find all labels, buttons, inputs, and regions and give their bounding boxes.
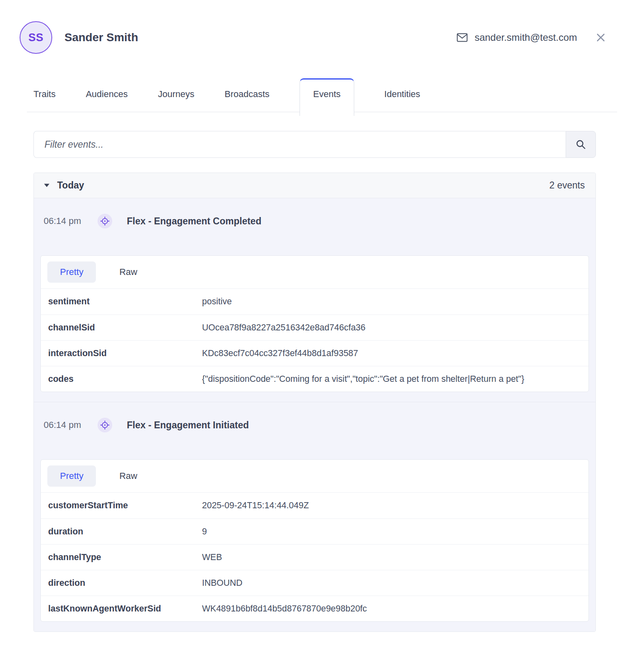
property-key: lastKnownAgentWorkerSid bbox=[48, 604, 202, 614]
events-panel: Today 2 events 06:14 pm Flex - Engagemen… bbox=[33, 173, 596, 632]
event-view-tabs: Pretty Raw bbox=[41, 460, 588, 493]
search-icon bbox=[575, 139, 586, 150]
property-row: channelType WEB bbox=[41, 544, 588, 570]
tab-traits[interactable]: Traits bbox=[33, 78, 56, 112]
pretty-tab[interactable]: Pretty bbox=[47, 261, 96, 283]
property-row: interactionSid KDc83ecf7c04cc327f3ef44b8… bbox=[41, 340, 588, 366]
property-row: direction INBOUND bbox=[41, 570, 588, 596]
event-item: 06:14 pm Flex - Engagement Initiated Pre… bbox=[34, 402, 595, 631]
property-key: codes bbox=[48, 374, 202, 384]
tab-identities[interactable]: Identities bbox=[384, 78, 420, 112]
property-key: sentiment bbox=[48, 297, 202, 307]
event-time: 06:14 pm bbox=[44, 216, 81, 226]
profile-tabs: Traits Audiences Journeys Broadcasts Eve… bbox=[27, 78, 617, 112]
event-title: Flex - Engagement Completed bbox=[127, 216, 262, 227]
events-group-label: Today bbox=[57, 180, 84, 191]
email-icon bbox=[457, 33, 468, 42]
property-value: WK4891b6bf8d14b5d8767870e9e98b20fc bbox=[202, 604, 367, 614]
property-value: KDc83ecf7c04cc327f3ef44b8d1af93587 bbox=[202, 348, 358, 359]
page-title: Sander Smith bbox=[64, 31, 138, 44]
property-value: UOcea78f9a8227a2516342e8ad746cfa36 bbox=[202, 323, 366, 333]
property-row: lastKnownAgentWorkerSid WK4891b6bf8d14b5… bbox=[41, 596, 588, 621]
event-title: Flex - Engagement Initiated bbox=[127, 420, 249, 431]
tab-journeys[interactable]: Journeys bbox=[158, 78, 194, 112]
property-value: 9 bbox=[202, 527, 207, 537]
event-icon-badge bbox=[98, 214, 112, 228]
event-item: 06:14 pm Flex - Engagement Completed Pre… bbox=[34, 198, 595, 402]
profile-email: sander.smith@test.com bbox=[475, 32, 577, 43]
raw-tab[interactable]: Raw bbox=[115, 465, 141, 487]
pretty-tab[interactable]: Pretty bbox=[47, 465, 96, 487]
profile-header: SS Sander Smith sander.smith@test.com bbox=[0, 0, 644, 54]
property-key: channelType bbox=[48, 552, 202, 563]
avatar-initials: SS bbox=[28, 31, 43, 44]
tab-audiences[interactable]: Audiences bbox=[86, 78, 128, 112]
close-icon[interactable] bbox=[596, 33, 606, 42]
tab-events[interactable]: Events bbox=[300, 78, 354, 116]
search-button[interactable] bbox=[566, 131, 596, 158]
property-row: duration 9 bbox=[41, 518, 588, 544]
property-value: INBOUND bbox=[202, 578, 242, 588]
property-key: direction bbox=[48, 578, 202, 588]
property-value: positive bbox=[202, 297, 232, 307]
property-value: WEB bbox=[202, 552, 222, 563]
event-detail-card: Pretty Raw customerStartTime 2025-09-24T… bbox=[40, 459, 589, 622]
event-properties: customerStartTime 2025-09-24T15:14:44.04… bbox=[41, 493, 588, 621]
events-list: 06:14 pm Flex - Engagement Completed Pre… bbox=[34, 198, 595, 631]
filter-events-input[interactable] bbox=[33, 131, 566, 158]
track-event-target-icon bbox=[100, 216, 110, 226]
avatar: SS bbox=[20, 21, 52, 54]
event-view-tabs: Pretty Raw bbox=[41, 256, 588, 289]
chevron-down-icon bbox=[44, 183, 50, 188]
events-count-badge: 2 events bbox=[549, 180, 585, 191]
raw-tab[interactable]: Raw bbox=[115, 261, 141, 283]
event-icon-badge bbox=[98, 418, 112, 432]
event-header: 06:14 pm Flex - Engagement Completed bbox=[40, 198, 589, 228]
property-key: channelSid bbox=[48, 323, 202, 333]
event-header: 06:14 pm Flex - Engagement Initiated bbox=[40, 402, 589, 432]
events-group-header[interactable]: Today 2 events bbox=[34, 173, 595, 198]
event-detail-card: Pretty Raw sentiment positive channelSid… bbox=[40, 255, 589, 392]
event-properties: sentiment positive channelSid UOcea78f9a… bbox=[41, 289, 588, 392]
property-value: {"dispositionCode":"Coming for a visit",… bbox=[202, 374, 524, 384]
property-key: interactionSid bbox=[48, 348, 202, 359]
property-row: customerStartTime 2025-09-24T15:14:44.04… bbox=[41, 493, 588, 518]
filter-bar bbox=[33, 131, 596, 158]
property-row: sentiment positive bbox=[41, 289, 588, 315]
property-value: 2025-09-24T15:14:44.049Z bbox=[202, 501, 309, 511]
tab-broadcasts[interactable]: Broadcasts bbox=[224, 78, 269, 112]
property-key: duration bbox=[48, 527, 202, 537]
property-row: channelSid UOcea78f9a8227a2516342e8ad746… bbox=[41, 315, 588, 340]
track-event-target-icon bbox=[100, 420, 110, 430]
event-time: 06:14 pm bbox=[44, 420, 81, 430]
property-key: customerStartTime bbox=[48, 501, 202, 511]
property-row: codes {"dispositionCode":"Coming for a v… bbox=[41, 366, 588, 392]
